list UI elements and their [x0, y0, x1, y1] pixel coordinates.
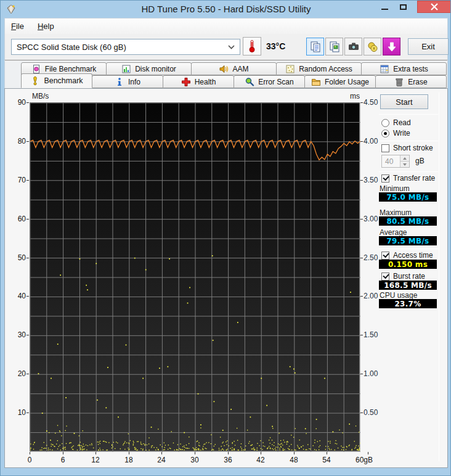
y-left-tick: 70 [5, 176, 26, 184]
maximum-label: Maximum [380, 208, 412, 217]
spinner-arrows[interactable] [400, 155, 409, 167]
camera-icon [347, 41, 360, 53]
x-tick: 12 [83, 456, 108, 464]
exit-button[interactable]: Exit [408, 38, 449, 55]
chart-plot-area [30, 103, 360, 452]
tab-folder-usage[interactable]: Folder Usage [304, 75, 376, 88]
y-left-tick: 10 [5, 408, 26, 417]
x-tick: 24 [149, 456, 174, 464]
cpu-usage-label: CPU usage [380, 291, 417, 300]
transfer-rate-checkbox[interactable] [381, 174, 389, 183]
minimize-button[interactable] [376, 1, 392, 13]
save-results-button[interactable] [383, 38, 400, 55]
copy-text-button[interactable] [306, 38, 324, 55]
burst-rate-row[interactable]: Burst rate [381, 272, 425, 281]
transfer-rate-label: Transfer rate [393, 174, 435, 183]
drive-select-value: SPCC Solid State Disk (60 gB) [17, 43, 126, 52]
menubar: File Help [4, 18, 448, 34]
read-label: Read [393, 118, 411, 127]
tab-benchmark[interactable]: Benchmark [21, 73, 92, 88]
speaker-icon [219, 64, 229, 74]
access-time-checkbox[interactable] [381, 252, 389, 260]
random-access-icon [285, 64, 295, 74]
benchmark-page: MB/s ms 9080706050403020104.504.003.503.… [4, 88, 448, 468]
tab-extra-tests[interactable]: Extra tests [361, 62, 447, 75]
short-stroke-checkbox[interactable] [381, 144, 389, 152]
tab-label: Health [195, 78, 216, 86]
tab-health[interactable]: Health [163, 75, 234, 88]
tab-random-access[interactable]: Random Access [276, 62, 362, 75]
read-radio-row[interactable]: Read [381, 118, 411, 127]
write-label: Write [393, 129, 410, 137]
panel-divider [439, 92, 439, 461]
x-tick: 30 [182, 456, 207, 464]
down-arrow-icon [387, 41, 397, 52]
tab-aam[interactable]: AAM [191, 62, 277, 75]
info-icon [115, 77, 124, 87]
tab-label: Benchmark [44, 76, 83, 85]
close-button[interactable] [417, 1, 451, 13]
menu-help[interactable]: Help [38, 22, 54, 31]
tab-error-scan[interactable]: Error Scan [234, 75, 305, 88]
app-window: HD Tune Pro 5.50 - Hard Disk/SSD Utility… [0, 0, 451, 476]
magnifier-icon [245, 77, 254, 87]
tabstrip: File Benchmark Disk monitor AAM [4, 61, 448, 88]
maximize-icon [400, 4, 407, 10]
tab-info[interactable]: Info [92, 75, 163, 88]
temperature-value: 33°C [266, 41, 285, 51]
copy-image-button[interactable] [325, 38, 343, 55]
tab-label: Disk monitor [135, 65, 176, 73]
transfer-rate-row[interactable]: Transfer rate [381, 174, 435, 183]
short-stroke-label: Short stroke [393, 144, 433, 152]
y-left-tick: 20 [5, 369, 26, 378]
spinner-down-button[interactable] [400, 161, 409, 167]
tab-label: Info [128, 78, 140, 86]
burst-rate-checkbox[interactable] [381, 273, 389, 281]
tab-disk-monitor[interactable]: Disk monitor [106, 62, 192, 75]
x-tick: 6 [51, 456, 75, 464]
tab-label: Extra tests [393, 65, 428, 73]
minimum-label: Minimum [380, 184, 410, 193]
write-radio-row[interactable]: Write [381, 129, 410, 137]
maximize-button[interactable] [395, 1, 411, 13]
thermometer-icon [246, 39, 258, 53]
tab-erase[interactable]: Erase [375, 75, 447, 88]
capacity-spinner[interactable]: 40 [381, 155, 410, 168]
health-icon [181, 77, 191, 87]
start-button[interactable]: Start [380, 94, 428, 109]
access-time-row[interactable]: Access time [381, 251, 433, 260]
short-stroke-row[interactable]: Short stroke [381, 144, 433, 152]
trash-icon [394, 77, 404, 87]
copy-image-icon [328, 41, 341, 53]
temperature-button[interactable] [243, 37, 261, 55]
chevron-down-icon [228, 45, 235, 49]
spinner-up-button[interactable] [400, 155, 409, 161]
y-left-tick: 60 [5, 215, 26, 223]
register-button[interactable] [364, 38, 381, 55]
down-arrow-icon [403, 163, 407, 166]
capacity-unit: gB [415, 157, 425, 165]
drive-select-dropdown[interactable]: SPCC Solid State Disk (60 gB) [11, 39, 240, 55]
x-tick: 54 [314, 456, 339, 464]
minimum-value: 75.0 MB/s [379, 192, 437, 202]
write-radio[interactable] [381, 129, 389, 137]
tab-label: Error Scan [258, 78, 293, 86]
y-left-tick: 90 [5, 98, 26, 107]
menu-file[interactable]: File [11, 22, 24, 31]
tab-label: AAM [232, 65, 248, 73]
x-tick: 42 [248, 456, 273, 464]
x-tick: 36 [216, 456, 240, 464]
folder-icon [311, 77, 321, 87]
y-left-tick: 30 [5, 330, 26, 339]
tab-row-primary: Benchmark Info Health Err [21, 75, 446, 88]
access-time-value: 0.150 ms [379, 260, 437, 269]
coins-icon [367, 41, 379, 53]
y-right-tick: 0.50 [364, 408, 388, 417]
close-icon [431, 3, 438, 10]
screenshot-button[interactable] [344, 38, 362, 55]
extra-tests-icon [380, 64, 389, 74]
y-left-tick: 40 [5, 292, 26, 300]
read-radio[interactable] [381, 119, 389, 127]
tab-label: Folder Usage [325, 78, 369, 86]
tab-label: Random Access [299, 65, 352, 73]
